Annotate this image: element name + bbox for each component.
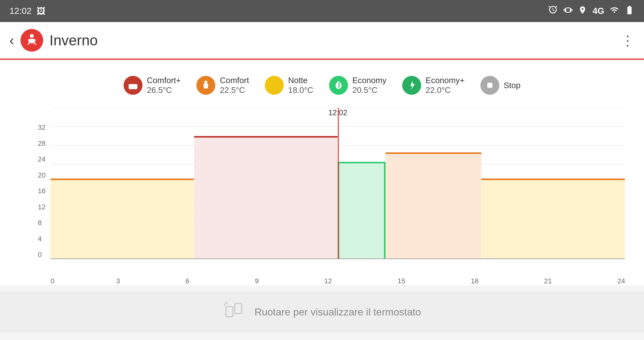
legend-temp-economy: 20.5°C <box>352 85 386 95</box>
svg-rect-19 <box>338 162 386 259</box>
x-label-21: 21 <box>544 277 552 285</box>
legend-name-notte: Notte <box>288 76 313 85</box>
svg-rect-24 <box>386 152 482 154</box>
x-axis: 0 3 6 9 12 15 18 21 24 <box>50 275 625 285</box>
current-time-label: 12:02 <box>328 108 347 117</box>
svg-rect-30 <box>235 303 242 314</box>
main-content: Comfort+26.5°C Comfort22.5°C Notte18.0°C… <box>0 60 644 285</box>
svg-rect-29 <box>226 307 233 317</box>
legend-name-stop: Stop <box>504 81 521 90</box>
x-label-24: 24 <box>617 277 625 285</box>
legend-icon-economy <box>329 76 348 95</box>
svg-rect-2 <box>130 88 131 89</box>
location-icon <box>578 5 587 17</box>
legend-item-comfort: Comfort22.5°C <box>196 76 249 95</box>
legend-icon-comfort <box>196 76 215 95</box>
battery-icon <box>624 5 635 17</box>
y-label-12: 12 <box>38 203 45 211</box>
legend-name-economy-plus: Economy+ <box>426 76 465 85</box>
legend-temp-comfort-plus: 26.5°C <box>147 85 181 95</box>
svg-rect-23 <box>386 152 482 259</box>
svg-rect-5 <box>487 83 492 88</box>
rotate-hint: Ruotare per visualizzare il termostato <box>0 292 644 332</box>
legend-icon-comfort-plus <box>124 76 142 95</box>
y-label-8: 8 <box>38 219 45 227</box>
legend-temp-notte: 18.0°C <box>288 85 313 95</box>
y-label-32: 32 <box>38 123 45 132</box>
y-label-16: 16 <box>38 187 45 195</box>
x-label-15: 15 <box>397 277 405 285</box>
status-time: 12:02 <box>9 6 32 16</box>
chart-container: 0 4 8 12 16 20 24 28 32 12:02 <box>19 105 625 285</box>
status-left: 12:02 🖼 <box>9 6 45 16</box>
rotate-icon <box>223 300 245 324</box>
y-label-20: 20 <box>38 171 45 179</box>
legend-name-comfort-plus: Comfort+ <box>147 76 181 85</box>
legend-item-comfort-plus: Comfort+26.5°C <box>124 76 181 95</box>
svg-point-0 <box>30 34 34 38</box>
svg-rect-17 <box>194 136 338 259</box>
svg-rect-16 <box>50 178 194 180</box>
svg-rect-15 <box>50 178 194 259</box>
y-label-0: 0 <box>38 251 45 259</box>
legend-item-stop: Stop <box>480 76 521 95</box>
legend-name-economy: Economy <box>352 76 386 85</box>
svg-rect-3 <box>135 88 136 89</box>
back-button[interactable]: ‹ <box>9 32 14 48</box>
svg-rect-25 <box>481 178 625 259</box>
x-label-3: 3 <box>116 277 120 285</box>
4g-label: 4G <box>593 6 604 16</box>
chart-svg <box>50 108 625 275</box>
legend-item-notte: Notte18.0°C <box>265 76 313 95</box>
svg-rect-18 <box>194 136 338 138</box>
y-label-28: 28 <box>38 139 45 148</box>
x-label-18: 18 <box>471 277 479 285</box>
status-right: 4G <box>548 5 635 17</box>
svg-rect-26 <box>481 178 625 180</box>
legend-icon-stop <box>480 76 499 95</box>
more-button[interactable]: ⋮ <box>621 32 635 48</box>
legend-item-economy-plus: Economy+22.0°C <box>402 76 465 95</box>
legend-name-comfort: Comfort <box>220 76 249 85</box>
rotate-text: Ruotare per visualizzare il termostato <box>254 306 421 318</box>
y-label-24: 24 <box>38 155 45 163</box>
svg-rect-22 <box>384 162 386 259</box>
svg-point-4 <box>204 81 207 84</box>
legend-icon-notte <box>265 76 284 95</box>
app-bar: ‹ Inverno ⋮ <box>0 22 644 60</box>
alarm-icon <box>548 5 558 17</box>
app-title: Inverno <box>49 32 98 49</box>
legend: Comfort+26.5°C Comfort22.5°C Notte18.0°C… <box>19 69 625 105</box>
y-label-4: 4 <box>38 235 45 243</box>
app-logo <box>20 29 43 52</box>
status-bar: 12:02 🖼 4G <box>0 0 644 22</box>
x-label-12: 12 <box>324 277 332 285</box>
legend-temp-economy-plus: 22.0°C <box>426 85 465 95</box>
x-label-6: 6 <box>186 277 189 285</box>
legend-item-economy: Economy20.5°C <box>329 76 386 95</box>
x-label-9: 9 <box>255 277 259 285</box>
legend-icon-economy-plus <box>402 76 421 95</box>
signal-icon <box>610 5 619 17</box>
svg-rect-20 <box>338 162 386 163</box>
image-icon: 🖼 <box>37 6 45 16</box>
legend-temp-comfort: 22.5°C <box>220 85 249 95</box>
vibrate-icon <box>564 5 572 17</box>
